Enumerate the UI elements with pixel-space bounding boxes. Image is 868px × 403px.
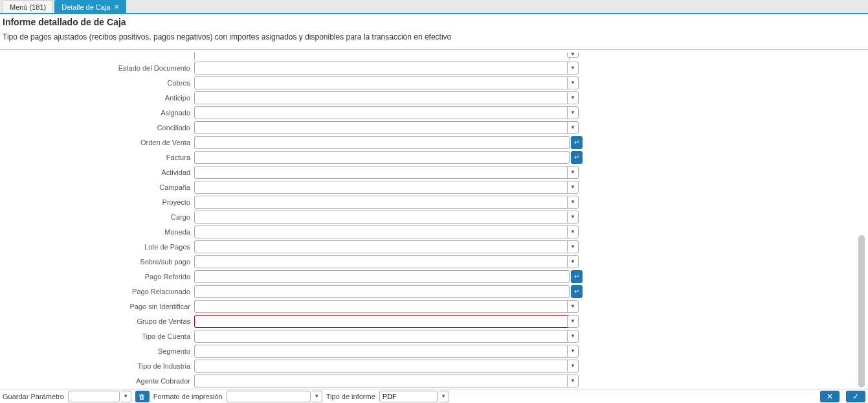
field-input[interactable]	[194, 121, 570, 134]
field-input[interactable]	[194, 151, 570, 164]
field-input[interactable]	[194, 270, 570, 283]
tab-bar: Menú (181) Detalle de Caja ✕	[0, 0, 868, 14]
save-param-dropdown[interactable]: ▼	[121, 391, 131, 402]
dropdown-button[interactable]: ▼	[567, 240, 579, 253]
field-input[interactable]	[194, 225, 570, 238]
dropdown-button[interactable]: ▼	[567, 121, 579, 134]
form-row: Segmento▼	[0, 343, 868, 358]
field-input[interactable]	[194, 255, 570, 268]
form-row: Orden de Venta↵	[0, 135, 868, 150]
print-format-input[interactable]	[227, 391, 311, 402]
form-row: Proyecto▼	[0, 194, 868, 209]
dropdown-button[interactable]: ▼	[567, 211, 579, 224]
field-label: Estado del Documento	[0, 64, 194, 72]
lookup-button[interactable]: ↵	[571, 270, 583, 283]
dropdown-button[interactable]: ▼	[567, 196, 579, 209]
chevron-down-icon: ▼	[570, 259, 575, 264]
dropdown-button[interactable]: ▼	[567, 106, 579, 119]
chevron-down-icon: ▼	[570, 52, 575, 57]
form-row: Grupo de Ventas▼	[0, 314, 868, 328]
form-row: Tipo de Industria▼	[0, 358, 868, 373]
dropdown-button[interactable]: ▼	[567, 315, 579, 328]
form-row: Agente Cobrador▼	[0, 373, 868, 387]
lookup-button[interactable]: ↵	[571, 151, 583, 164]
report-type-dropdown[interactable]: ▼	[439, 391, 449, 402]
cancel-button[interactable]: ✕	[820, 391, 840, 402]
field-label: Asignado	[0, 109, 194, 117]
close-icon[interactable]: ✕	[114, 3, 119, 10]
lookup-button[interactable]: ↵	[571, 136, 583, 149]
dropdown-button[interactable]: ▼	[567, 181, 579, 194]
chevron-down-icon: ▼	[570, 363, 575, 369]
dropdown-button[interactable]: ▼	[567, 52, 579, 58]
close-icon: ✕	[827, 392, 833, 401]
field-label: Pago Referido	[0, 273, 194, 281]
field-label: Proyecto	[0, 198, 194, 206]
dropdown-button[interactable]: ▼	[567, 345, 579, 358]
field-label: Pago Relacionado	[0, 288, 194, 295]
chevron-down-icon: ▼	[570, 348, 575, 354]
field-input[interactable]	[194, 91, 570, 104]
field-input[interactable]	[194, 285, 570, 298]
scrollbar[interactable]	[858, 49, 865, 387]
field-input[interactable]	[194, 52, 570, 60]
form-row: Asignado▼	[0, 105, 868, 120]
chevron-down-icon: ▼	[570, 184, 575, 190]
chevron-down-icon: ▼	[570, 378, 575, 384]
field-label: Factura	[0, 154, 194, 161]
field-input[interactable]	[194, 240, 570, 253]
dropdown-button[interactable]: ▼	[567, 76, 579, 89]
field-label: Actividad	[0, 168, 194, 176]
field-input[interactable]	[194, 166, 570, 179]
dropdown-button[interactable]: ▼	[567, 360, 579, 373]
chevron-down-icon: ▼	[570, 229, 575, 235]
form-row: Pago sin Identificar▼	[0, 299, 868, 314]
tab-menu[interactable]: Menú (181)	[3, 0, 53, 13]
field-input[interactable]	[194, 300, 570, 313]
field-input[interactable]	[194, 76, 570, 89]
tab-label: Menú (181)	[10, 3, 46, 11]
dropdown-button[interactable]: ▼	[567, 374, 579, 387]
field-input[interactable]	[194, 196, 570, 209]
dropdown-button[interactable]: ▼	[567, 300, 579, 313]
dropdown-button[interactable]: ▼	[567, 166, 579, 179]
field-input[interactable]	[194, 181, 570, 194]
field-input[interactable]	[194, 62, 570, 75]
form-row: Actividad▼	[0, 165, 868, 179]
link-icon: ↵	[574, 273, 579, 280]
dropdown-button[interactable]: ▼	[567, 330, 579, 343]
dropdown-button[interactable]: ▼	[567, 62, 579, 75]
delete-button[interactable]: 🗑	[135, 391, 150, 402]
field-input[interactable]	[194, 106, 570, 119]
field-input[interactable]	[194, 360, 570, 373]
field-input[interactable]	[194, 374, 570, 387]
field-input[interactable]	[194, 330, 570, 343]
scrollbar-thumb[interactable]	[858, 235, 865, 387]
print-format-label: Formato de impresión	[153, 393, 223, 400]
field-input[interactable]	[194, 136, 570, 149]
report-type-input[interactable]	[379, 391, 438, 402]
field-input[interactable]	[194, 345, 570, 358]
print-format-dropdown[interactable]: ▼	[312, 391, 322, 402]
footer-toolbar: Guardar Parámetro ▼ 🗑 Formato de impresi…	[0, 389, 868, 403]
dropdown-button[interactable]: ▼	[567, 255, 579, 268]
tab-detalle-de-caja[interactable]: Detalle de Caja ✕	[54, 0, 126, 13]
chevron-down-icon: ▼	[570, 95, 575, 100]
form-row: Lote de Pagos▼	[0, 239, 868, 254]
lookup-button[interactable]: ↵	[571, 285, 583, 298]
form-row: Campaña▼	[0, 179, 868, 194]
form-row: Factura↵	[0, 150, 868, 165]
confirm-button[interactable]: ✓	[846, 391, 865, 402]
field-input[interactable]	[194, 315, 570, 328]
chevron-down-icon: ▼	[570, 169, 575, 175]
dropdown-button[interactable]: ▼	[567, 91, 579, 104]
dropdown-button[interactable]: ▼	[567, 225, 579, 238]
form-row: Sobre/sub pago▼	[0, 254, 868, 269]
chevron-down-icon: ▼	[570, 244, 575, 249]
field-input[interactable]	[194, 211, 570, 224]
form-row: Pago Relacionado↵	[0, 284, 868, 299]
save-param-input[interactable]	[68, 391, 120, 402]
form-row: Anticipo▼	[0, 90, 868, 105]
report-type-label: Tipo de informe	[326, 393, 375, 400]
trash-icon: 🗑	[139, 393, 146, 400]
